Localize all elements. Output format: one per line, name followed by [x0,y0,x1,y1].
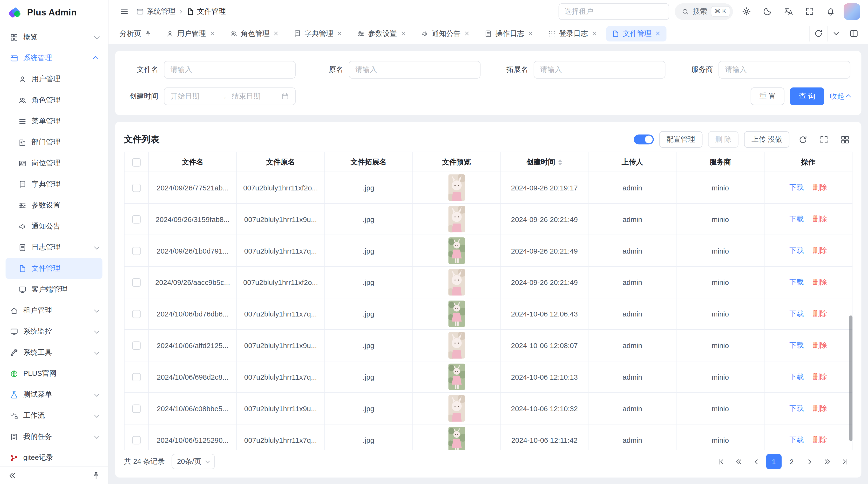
download-link[interactable]: 下载 [789,373,804,381]
row-checkbox[interactable] [132,215,141,223]
file-preview-thumbnail[interactable] [448,174,465,201]
reset-button[interactable]: 重 置 [751,88,784,105]
file-preview-thumbnail[interactable] [448,269,465,295]
tab-item[interactable]: 通知公告 [415,26,475,41]
close-icon[interactable] [591,30,597,36]
filter-field-input[interactable]: 请输入 [164,61,296,78]
file-preview-thumbnail[interactable] [448,300,465,327]
sidebar-item[interactable]: 工作流 [5,405,102,426]
upload-button[interactable]: 上传 没做 [744,131,789,148]
close-icon[interactable] [464,30,470,36]
sidebar-item[interactable]: gitee记录 [5,447,102,466]
sidebar-item[interactable]: 概览 [5,27,102,47]
tab-item[interactable]: 参数设置 [351,26,412,41]
row-checkbox[interactable] [132,405,141,413]
download-link[interactable]: 下载 [789,215,804,223]
delete-link[interactable]: 删除 [813,215,827,223]
avatar[interactable] [844,3,860,20]
sidebar-item[interactable]: 测试菜单 [5,384,102,405]
sidebar-item[interactable]: 系统工具 [5,342,102,363]
date-range-input[interactable]: 开始日期 → 结束日期 [164,88,296,105]
download-link[interactable]: 下载 [789,183,804,191]
global-search[interactable]: 搜索 ⌘ K [675,3,733,20]
filter-field-input[interactable]: 请输入 [349,61,480,78]
collapse-filter-link[interactable]: 收起 [830,91,850,101]
row-checkbox[interactable] [132,279,141,287]
sidebar-item[interactable]: 系统监控 [5,321,102,342]
sidebar-item[interactable]: 用户管理 [5,69,102,90]
file-preview-thumbnail[interactable] [448,363,465,390]
file-preview-thumbnail[interactable] [448,332,465,359]
row-checkbox[interactable] [132,184,141,192]
table-scrollbar[interactable] [849,152,852,450]
download-link[interactable]: 下载 [789,246,804,255]
close-icon[interactable] [209,30,215,36]
breadcrumb-item[interactable]: 文件管理 [187,6,226,16]
select-all-checkbox[interactable] [132,158,141,166]
sidebar-item[interactable]: 日志管理 [5,237,102,258]
app-logo[interactable]: Plus Admin [0,0,108,26]
sidebar-item[interactable]: PLUS官网 [5,363,102,384]
scrollbar-thumb[interactable] [849,316,852,441]
download-link[interactable]: 下载 [789,278,804,286]
tab-item[interactable]: 用户管理 [161,26,221,41]
delete-link[interactable]: 删除 [813,435,827,444]
sidebar-item[interactable]: 通知公告 [5,216,102,237]
close-icon[interactable] [337,30,343,36]
filter-field-input[interactable]: 请输入 [718,61,850,78]
menu-toggle-button[interactable] [116,4,132,19]
tab-refresh-button[interactable] [809,26,827,41]
delete-link[interactable]: 删除 [813,246,827,255]
sidebar-item[interactable]: 文件管理 [5,258,102,279]
pin-icon[interactable] [145,30,152,37]
page-next-button[interactable] [802,454,817,469]
tab-item[interactable]: 角色管理 [224,26,284,41]
page-prev-button[interactable] [748,454,764,469]
tab-item[interactable]: 操作日志 [479,26,539,41]
fullscreen-button[interactable] [802,4,817,19]
notifications-button[interactable] [823,4,838,19]
batch-delete-button[interactable]: 删 除 [708,131,739,148]
config-management-button[interactable]: 配置管理 [659,131,702,148]
file-preview-thumbnail[interactable] [448,206,465,232]
close-icon[interactable] [528,30,534,36]
download-link[interactable]: 下载 [789,404,804,412]
breadcrumb-item[interactable]: 系统管理 [136,6,176,16]
sidebar-item[interactable]: 系统管理 [5,47,102,68]
close-icon[interactable] [273,30,279,36]
table-columns-button[interactable] [837,132,852,147]
settings-button[interactable] [739,4,754,19]
theme-toggle-button[interactable] [760,4,775,19]
delete-link[interactable]: 删除 [813,183,827,191]
sidebar-item[interactable]: 菜单管理 [5,110,102,132]
page-first-button[interactable] [713,454,728,469]
locale-button[interactable] [780,4,796,19]
delete-link[interactable]: 删除 [813,309,827,317]
page-number-button[interactable]: 1 [766,454,782,469]
tenant-select[interactable]: 选择租户 [558,3,669,20]
close-icon[interactable] [400,30,406,36]
tab-item[interactable]: 登录日志 [542,26,603,41]
download-link[interactable]: 下载 [789,435,804,444]
delete-link[interactable]: 删除 [813,404,827,412]
row-checkbox[interactable] [132,247,141,255]
tab-more-button[interactable] [827,26,845,41]
tab-item[interactable]: 分析页 [114,26,157,41]
download-link[interactable]: 下载 [789,341,804,349]
sidebar-item[interactable]: 我的任务 [5,426,102,447]
row-checkbox[interactable] [132,342,141,350]
sidebar-item[interactable]: 参数设置 [5,195,102,216]
search-button[interactable]: 查 询 [790,88,824,105]
delete-link[interactable]: 删除 [813,373,827,381]
search-visibility-toggle[interactable] [633,134,654,144]
page-size-select[interactable]: 20条/页 [172,454,215,469]
file-preview-thumbnail[interactable] [448,237,465,264]
sidebar-item[interactable]: 角色管理 [5,90,102,110]
sidebar-item[interactable]: 部门管理 [5,132,102,153]
sidebar-item[interactable]: 客户端管理 [5,279,102,300]
sidebar-item[interactable]: 岗位管理 [5,153,102,174]
close-icon[interactable] [655,30,661,36]
delete-link[interactable]: 删除 [813,341,827,349]
tab-layout-button[interactable] [845,26,863,41]
tab-item[interactable]: 字典管理 [288,26,348,41]
